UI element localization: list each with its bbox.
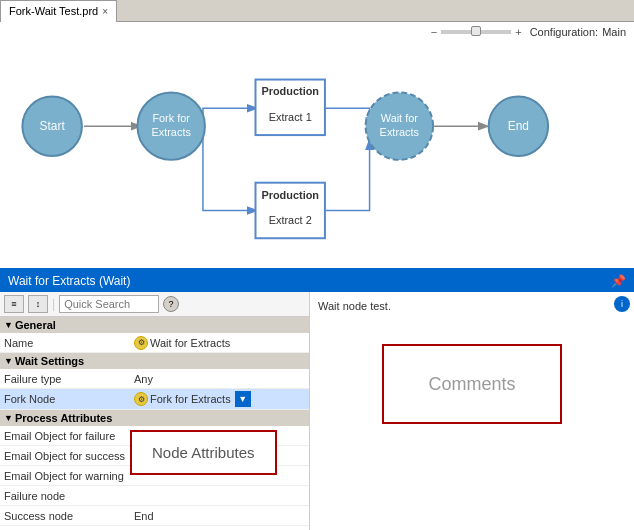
wait-node-text: Wait node test. <box>318 300 626 312</box>
svg-text:Fork for: Fork for <box>152 112 190 124</box>
right-panel-info-icon[interactable]: i <box>614 296 630 312</box>
section-process-attrs: ▼ Process Attributes <box>0 410 309 426</box>
prop-label-success-node: Success node <box>4 510 134 522</box>
node-attributes-label: Node Attributes <box>152 444 255 461</box>
svg-text:Extracts: Extracts <box>380 126 420 138</box>
panel-title: Wait for Extracts (Wait) <box>8 274 130 288</box>
prop-icon-fork-node: ⚙ <box>134 392 148 406</box>
section-wait-arrow: ▼ <box>4 356 13 366</box>
prop-value-name: ⚙ Wait for Extracts <box>134 336 305 350</box>
left-panel: ≡ ↕ | ? ▼ General Name ⚙ Wait for Extrac… <box>0 292 310 530</box>
panel-pin-icon: 📌 <box>611 274 626 288</box>
prop-row-failure-type: Failure type Any <box>0 369 309 389</box>
prop-label-email-warning: Email Object for warning <box>4 470 134 482</box>
section-wait-settings: ▼ Wait Settings <box>0 353 309 369</box>
section-process-arrow: ▼ <box>4 413 13 423</box>
tab-label: Fork-Wait Test.prd <box>9 5 98 17</box>
tab-bar: Fork-Wait Test.prd × <box>0 0 634 22</box>
comments-label: Comments <box>428 374 515 395</box>
svg-text:Extract 2: Extract 2 <box>269 214 312 226</box>
prop-value-success-node: End <box>134 510 305 522</box>
toolbar-btn-2[interactable]: ↕ <box>28 295 48 313</box>
panel-body: ≡ ↕ | ? ▼ General Name ⚙ Wait for Extrac… <box>0 292 634 530</box>
prop-label-failure-type: Failure type <box>4 373 134 385</box>
svg-text:Wait for: Wait for <box>381 112 419 124</box>
comments-box: Comments <box>382 344 562 424</box>
tab-fork-wait[interactable]: Fork-Wait Test.prd × <box>0 0 117 22</box>
diagram-svg: Start Fork for Extracts Production Extra… <box>0 22 634 268</box>
section-general-label: General <box>15 319 56 331</box>
info-icon-toolbar[interactable]: ? <box>163 296 179 312</box>
prop-row-fork-node: Fork Node ⚙ Fork for Extracts ▼ <box>0 389 309 410</box>
diagram-area: − + Configuration: Main Sta <box>0 22 634 270</box>
toolbar: ≡ ↕ | ? <box>0 292 309 317</box>
prop-label-name: Name <box>4 337 134 349</box>
section-wait-label: Wait Settings <box>15 355 84 367</box>
panel-header: Wait for Extracts (Wait) 📌 <box>0 270 634 292</box>
config-label: Configuration: <box>530 26 599 38</box>
right-panel: i Wait node test. Comments <box>310 292 634 530</box>
prop-row-name: Name ⚙ Wait for Extracts <box>0 333 309 353</box>
search-input[interactable] <box>59 295 159 313</box>
svg-text:Extracts: Extracts <box>151 126 191 138</box>
prop-value-failure-type: Any <box>134 373 305 385</box>
prop-label-email-success: Email Object for success <box>4 450 134 462</box>
svg-text:Extract 1: Extract 1 <box>269 111 312 123</box>
prop-row-success-node: Success node End <box>0 506 309 526</box>
tab-close-button[interactable]: × <box>102 6 108 17</box>
fork-node-dropdown[interactable]: ▼ <box>235 391 251 407</box>
prop-label-email-failure: Email Object for failure <box>4 430 134 442</box>
svg-text:Start: Start <box>40 119 66 133</box>
prop-label-failure-node: Failure node <box>4 490 134 502</box>
prop-value-fork-node: ⚙ Fork for Extracts ▼ <box>134 391 305 407</box>
config-bar: − + Configuration: Main <box>431 26 626 38</box>
prop-label-fork-node: Fork Node <box>4 393 134 405</box>
svg-text:End: End <box>508 119 529 133</box>
config-value: Main <box>602 26 626 38</box>
section-general-arrow: ▼ <box>4 320 13 330</box>
toolbar-btn-1[interactable]: ≡ <box>4 295 24 313</box>
properties-list: ▼ General Name ⚙ Wait for Extracts ▼ Wai… <box>0 317 309 530</box>
section-general: ▼ General <box>0 317 309 333</box>
prop-icon-name: ⚙ <box>134 336 148 350</box>
svg-text:Production: Production <box>261 189 319 201</box>
section-process-label: Process Attributes <box>15 412 112 424</box>
panel-area: Wait for Extracts (Wait) 📌 ≡ ↕ | ? ▼ Gen… <box>0 270 634 530</box>
svg-text:Production: Production <box>261 85 319 97</box>
prop-row-failure-node: Failure node <box>0 486 309 506</box>
